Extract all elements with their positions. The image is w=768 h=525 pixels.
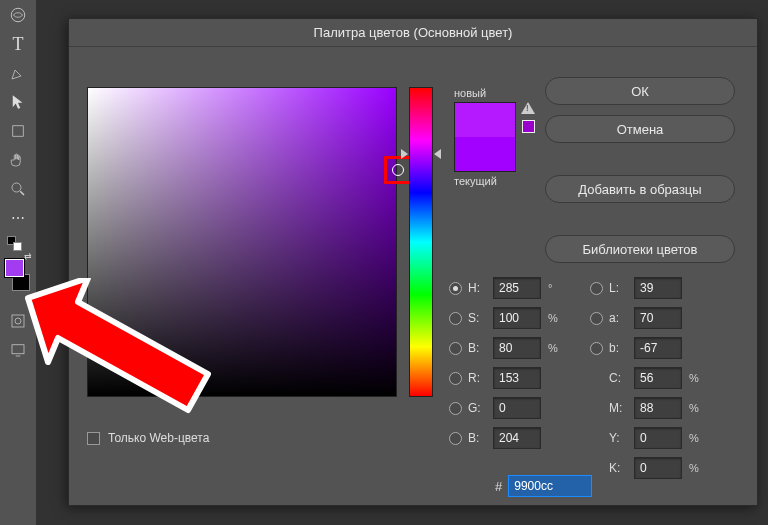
ok-button[interactable]: ОК bbox=[545, 77, 735, 105]
dialog-title: Палитра цветов (Основной цвет) bbox=[69, 19, 757, 47]
label-l: L: bbox=[609, 281, 631, 295]
svg-point-0 bbox=[11, 8, 25, 22]
label-b: b: bbox=[609, 341, 631, 355]
input-bv[interactable] bbox=[493, 337, 541, 359]
label-bv: B: bbox=[468, 341, 490, 355]
svg-line-3 bbox=[20, 191, 24, 195]
path-select-tool-icon[interactable] bbox=[7, 91, 29, 113]
main-toolbar: T ⋯ ⇄ bbox=[0, 0, 36, 525]
input-s[interactable] bbox=[493, 307, 541, 329]
unit-s: % bbox=[548, 312, 566, 324]
label-c: C: bbox=[609, 371, 631, 385]
preview-swatch[interactable] bbox=[454, 102, 516, 172]
screenmode-icon[interactable] bbox=[7, 339, 29, 361]
swap-colors-icon[interactable]: ⇄ bbox=[24, 251, 32, 261]
input-m[interactable] bbox=[634, 397, 682, 419]
brain-tool-icon[interactable] bbox=[7, 4, 29, 26]
radio-g[interactable] bbox=[449, 402, 462, 415]
unit-c: % bbox=[689, 372, 707, 384]
unit-k: % bbox=[689, 462, 707, 474]
input-g[interactable] bbox=[493, 397, 541, 419]
color-values-grid: H: ° L: S: % a: B: % b: bbox=[449, 277, 759, 479]
default-colors-icon[interactable] bbox=[7, 236, 29, 250]
svg-point-5 bbox=[15, 318, 21, 324]
unit-y: % bbox=[689, 432, 707, 444]
input-h[interactable] bbox=[493, 277, 541, 299]
zoom-tool-icon[interactable] bbox=[7, 178, 29, 200]
hue-slider-thumb-left[interactable] bbox=[401, 149, 408, 159]
input-r[interactable] bbox=[493, 367, 541, 389]
label-s: S: bbox=[468, 311, 490, 325]
dialog-buttons: ОК Отмена Добавить в образцы Библиотеки … bbox=[545, 77, 735, 263]
label-b2: B: bbox=[468, 431, 490, 445]
websafe-swatch-icon[interactable] bbox=[522, 120, 535, 133]
color-field[interactable] bbox=[87, 87, 397, 397]
quickmask-icon[interactable] bbox=[7, 310, 29, 332]
color-libraries-button[interactable]: Библиотеки цветов bbox=[545, 235, 735, 263]
pen-tool-icon[interactable] bbox=[7, 62, 29, 84]
hex-row: # bbox=[495, 475, 592, 497]
unit-h: ° bbox=[548, 282, 566, 294]
add-to-swatches-button[interactable]: Добавить в образцы bbox=[545, 175, 735, 203]
svg-rect-4 bbox=[12, 315, 24, 327]
label-r: R: bbox=[468, 371, 490, 385]
radio-l[interactable] bbox=[590, 282, 603, 295]
web-colors-checkbox-row: Только Web-цвета bbox=[87, 431, 209, 445]
shape-tool-icon[interactable] bbox=[7, 120, 29, 142]
hex-input[interactable] bbox=[508, 475, 592, 497]
color-picker-dialog: Палитра цветов (Основной цвет) новый тек… bbox=[68, 18, 758, 506]
color-preview: новый текущий bbox=[454, 87, 516, 187]
label-h: H: bbox=[468, 281, 490, 295]
radio-bv[interactable] bbox=[449, 342, 462, 355]
input-l[interactable] bbox=[634, 277, 682, 299]
hand-tool-icon[interactable] bbox=[7, 149, 29, 171]
svg-rect-6 bbox=[12, 345, 24, 354]
preview-current-label: текущий bbox=[454, 175, 516, 187]
unit-bv: % bbox=[548, 342, 566, 354]
cancel-button[interactable]: Отмена bbox=[545, 115, 735, 143]
input-a[interactable] bbox=[634, 307, 682, 329]
svg-rect-1 bbox=[13, 126, 24, 137]
label-k: K: bbox=[609, 461, 631, 475]
hex-label: # bbox=[495, 479, 502, 494]
label-m: M: bbox=[609, 401, 631, 415]
web-colors-checkbox[interactable] bbox=[87, 432, 100, 445]
hue-slider-thumb-right[interactable] bbox=[434, 149, 441, 159]
label-y: Y: bbox=[609, 431, 631, 445]
radio-b2[interactable] bbox=[449, 432, 462, 445]
text-tool-icon[interactable]: T bbox=[7, 33, 29, 55]
gamut-warning-icon[interactable] bbox=[521, 102, 535, 114]
hue-slider[interactable] bbox=[409, 87, 433, 397]
input-k[interactable] bbox=[634, 457, 682, 479]
unit-m: % bbox=[689, 402, 707, 414]
radio-r[interactable] bbox=[449, 372, 462, 385]
label-a: a: bbox=[609, 311, 631, 325]
input-y[interactable] bbox=[634, 427, 682, 449]
web-colors-label: Только Web-цвета bbox=[108, 431, 209, 445]
foreground-swatch[interactable] bbox=[5, 259, 24, 277]
more-tools-icon[interactable]: ⋯ bbox=[7, 207, 29, 229]
input-b2[interactable] bbox=[493, 427, 541, 449]
radio-s[interactable] bbox=[449, 312, 462, 325]
radio-b[interactable] bbox=[590, 342, 603, 355]
input-c[interactable] bbox=[634, 367, 682, 389]
label-g: G: bbox=[468, 401, 490, 415]
color-field-marker[interactable] bbox=[384, 156, 412, 184]
radio-h[interactable] bbox=[449, 282, 462, 295]
input-b[interactable] bbox=[634, 337, 682, 359]
color-swatches[interactable]: ⇄ bbox=[5, 261, 31, 291]
svg-point-2 bbox=[12, 183, 21, 192]
radio-a[interactable] bbox=[590, 312, 603, 325]
preview-new-label: новый bbox=[454, 87, 516, 99]
